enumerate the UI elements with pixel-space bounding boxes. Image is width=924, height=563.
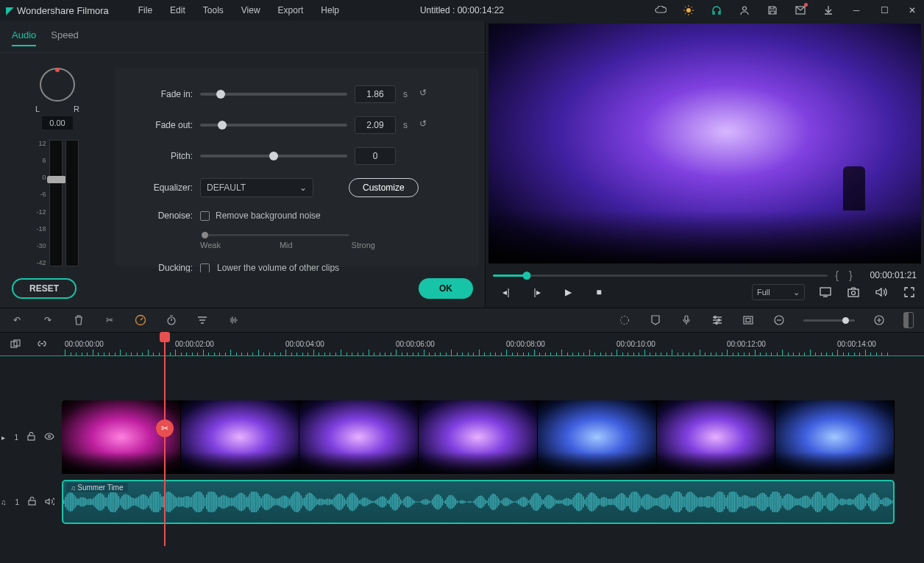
menu-edit[interactable]: Edit (170, 5, 185, 15)
menu-file[interactable]: File (138, 5, 152, 15)
svg-rect-41 (95, 496, 96, 507)
video-track-body[interactable]: ▶ (62, 400, 924, 474)
equalizer-select[interactable]: DEFAULT ⌄ (200, 178, 313, 197)
lock-icon[interactable] (28, 497, 36, 507)
snapshot-icon[interactable] (846, 285, 861, 300)
record-voiceover-icon[interactable] (680, 314, 693, 327)
prev-frame-icon[interactable]: ◂| (499, 285, 513, 300)
fade-in-value[interactable]: 1.86 (355, 85, 396, 103)
window-maximize[interactable]: ☐ (878, 4, 890, 16)
mail-icon[interactable] (795, 4, 806, 16)
marker-icon[interactable] (649, 314, 662, 327)
balance-knob[interactable] (40, 68, 75, 102)
svg-rect-248 (438, 495, 440, 509)
eye-icon[interactable] (44, 433, 54, 442)
render-icon[interactable] (618, 314, 631, 327)
snap-toggle[interactable] (903, 312, 914, 328)
window-close[interactable]: ✕ (906, 4, 918, 16)
svg-rect-340 (591, 492, 592, 511)
split-icon[interactable]: ✂ (103, 314, 116, 327)
play-icon[interactable]: ▶ (561, 285, 575, 300)
svg-rect-404 (697, 498, 699, 506)
fade-out-slider[interactable] (200, 124, 347, 127)
menu-tools[interactable]: Tools (203, 5, 224, 15)
volume-fader[interactable] (49, 140, 63, 266)
mixer-icon[interactable] (711, 314, 724, 327)
zoom-slider[interactable] (803, 319, 855, 322)
playhead[interactable]: ✂ (164, 333, 166, 546)
time-ruler[interactable]: 00:00:00:0000:00:02:0000:00:04:0000:00:0… (65, 333, 924, 355)
save-icon[interactable] (767, 4, 778, 16)
svg-rect-217 (387, 500, 388, 503)
svg-rect-62 (129, 496, 131, 507)
lightbulb-icon[interactable] (683, 4, 694, 16)
svg-rect-89 (174, 497, 176, 508)
audio-adjust-icon[interactable] (227, 314, 240, 327)
svg-rect-241 (427, 499, 428, 504)
undo-icon[interactable]: ↶ (10, 314, 24, 327)
redo-icon[interactable]: ↷ (41, 314, 54, 327)
lock-icon[interactable] (27, 432, 35, 442)
customize-button[interactable]: Customize (349, 178, 419, 197)
video-clip[interactable]: ▶ (62, 400, 895, 474)
svg-rect-267 (470, 501, 472, 503)
zoom-in-icon[interactable] (873, 314, 886, 327)
fade-out-value[interactable]: 2.09 (355, 116, 396, 134)
fade-in-reset-icon[interactable]: ↺ (419, 88, 433, 101)
svg-rect-222 (395, 493, 397, 510)
speed-icon[interactable] (134, 314, 147, 327)
download-icon[interactable] (822, 4, 834, 16)
svg-rect-71 (145, 495, 146, 509)
menu-view[interactable]: View (241, 5, 260, 15)
fade-in-slider[interactable] (200, 93, 347, 96)
account-icon[interactable] (739, 4, 750, 16)
menu-export[interactable]: Export (278, 5, 304, 15)
reset-button[interactable]: RESET (12, 278, 77, 299)
denoise-strength-slider[interactable] (202, 234, 349, 236)
meter-tick: 12 (36, 140, 46, 147)
marker-braces[interactable]: {} (835, 269, 862, 281)
headphones-icon[interactable] (711, 4, 722, 16)
ok-button[interactable]: OK (419, 278, 473, 299)
window-minimize[interactable]: ─ (850, 4, 862, 16)
svg-rect-334 (581, 495, 583, 510)
crop-icon[interactable] (742, 314, 755, 327)
svg-rect-115 (218, 497, 219, 506)
timer-icon[interactable] (165, 314, 178, 327)
audio-track-body[interactable]: Summer Time (62, 480, 924, 524)
ducking-checkbox[interactable] (200, 263, 210, 273)
tab-speed[interactable]: Speed (51, 29, 79, 46)
filters-icon[interactable] (196, 314, 209, 327)
stop-icon[interactable]: ■ (591, 285, 606, 300)
scrub-slider[interactable] (493, 275, 828, 277)
video-preview[interactable] (488, 24, 921, 263)
delete-icon[interactable] (72, 314, 85, 327)
svg-rect-154 (282, 496, 284, 509)
audio-clip[interactable]: Summer Time (62, 480, 895, 524)
mute-icon[interactable] (45, 498, 54, 507)
media-icon[interactable] (9, 338, 22, 351)
zoom-out-icon[interactable] (772, 314, 786, 327)
fade-out-reset-icon[interactable]: ↺ (419, 118, 433, 132)
menu-help[interactable]: Help (321, 5, 339, 15)
meter-tick: 0 (36, 174, 46, 181)
svg-rect-411 (709, 496, 711, 508)
next-frame-icon[interactable]: |▸ (530, 285, 544, 300)
tab-audio[interactable]: Audio (12, 29, 36, 46)
playhead-split-icon[interactable]: ✂ (156, 419, 174, 437)
screen-icon[interactable] (818, 285, 833, 300)
volume-icon[interactable] (874, 285, 889, 300)
svg-rect-78 (156, 492, 157, 512)
svg-rect-85 (168, 492, 169, 512)
pitch-value[interactable]: 0 (355, 147, 396, 165)
cloud-icon[interactable] (655, 4, 667, 16)
link-icon[interactable] (35, 338, 49, 351)
fullscreen-icon[interactable] (902, 285, 917, 300)
balance-meter-area: LR 0.00 12 6 0 -6 -12 -18 -30 -42 (6, 68, 109, 266)
pitch-slider[interactable] (200, 155, 347, 157)
svg-rect-210 (375, 500, 377, 504)
view-mode-select[interactable]: Full ⌄ (752, 284, 805, 300)
svg-rect-469 (805, 495, 806, 508)
svg-rect-353 (613, 499, 614, 505)
denoise-checkbox[interactable] (200, 211, 210, 221)
